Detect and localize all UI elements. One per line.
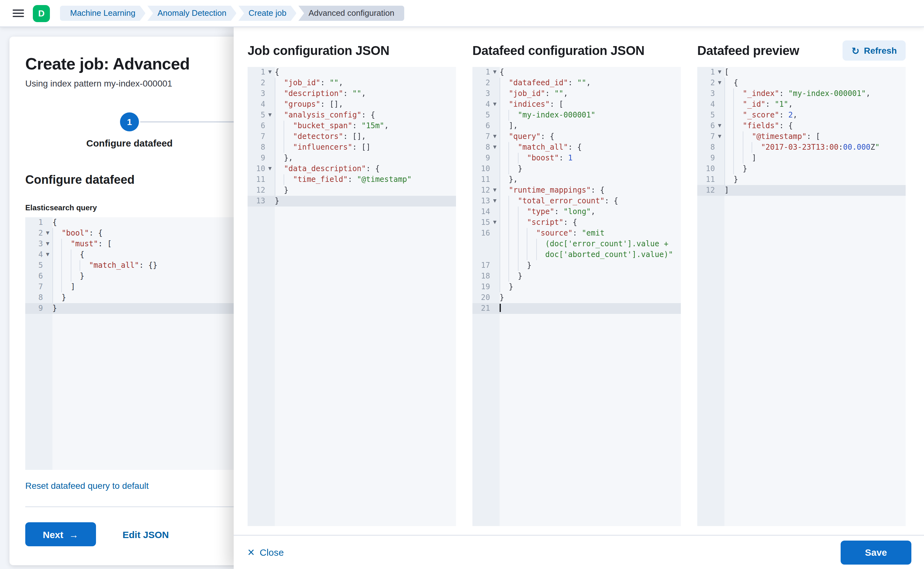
code-line: 17 }: [472, 260, 681, 271]
code-line: 7▼ "query": {: [472, 131, 681, 142]
code-text: "_index": "my-index-000001",: [725, 88, 906, 99]
fold-icon[interactable]: ▼: [265, 164, 275, 174]
line-number: 5: [697, 110, 715, 121]
datafeed-preview-panel-head: Datafeed preview ↻ Refresh: [697, 40, 906, 61]
code-line: 8 "influencers": []: [248, 142, 456, 153]
code-text: "datafeed_id": "",: [499, 78, 681, 88]
code-text: "analysis_config": {: [275, 110, 456, 121]
line-number: 8: [472, 142, 490, 153]
fold-icon[interactable]: ▼: [265, 67, 275, 78]
fold-spacer: [715, 88, 725, 99]
code-line: 2▼ {: [697, 78, 906, 88]
fold-icon[interactable]: ▼: [43, 228, 52, 239]
code-line: 9 ]: [697, 153, 906, 164]
code-line: 3 "_index": "my-index-000001",: [697, 88, 906, 99]
breadcrumb: Machine LearningAnomaly DetectionCreate …: [60, 6, 405, 21]
fold-icon[interactable]: ▼: [43, 250, 52, 260]
code-line: 4▼ "indices": [: [472, 99, 681, 110]
code-text: }: [725, 174, 906, 185]
step-1-indicator[interactable]: 1: [120, 113, 139, 131]
fold-spacer: [43, 217, 52, 228]
elasticsearch-query-editor[interactable]: 1{2▼ "bool": {3▼ "must": [4▼ {5 "match_a…: [25, 217, 250, 470]
fold-spacer: [265, 174, 275, 185]
fold-spacer: [490, 207, 499, 217]
line-number: 3: [25, 239, 43, 250]
fold-icon[interactable]: ▼: [715, 78, 725, 88]
line-number: [472, 239, 490, 250]
line-number: 5: [248, 110, 265, 121]
code-text: "2017-03-23T13:00:00.000Z": [725, 142, 906, 153]
code-text: "query": {: [499, 131, 681, 142]
breadcrumb-item[interactable]: Anomaly Detection: [148, 6, 236, 21]
fold-icon[interactable]: ▼: [43, 239, 52, 250]
code-line: 1{: [25, 217, 250, 228]
fold-spacer: [490, 153, 499, 164]
fold-icon[interactable]: ▼: [490, 142, 499, 153]
job-config-editor[interactable]: 1▼{2 "job_id": "",3 "description": "",4 …: [248, 67, 456, 526]
fold-spacer: [490, 78, 499, 88]
code-line: 2 "job_id": "",: [248, 78, 456, 88]
fold-icon[interactable]: ▼: [490, 217, 499, 228]
code-line: 18 }: [472, 271, 681, 281]
code-text: },: [275, 153, 456, 164]
fold-spacer: [490, 88, 499, 99]
code-text: "match_all": {}: [52, 260, 250, 271]
code-line: 10 }: [472, 164, 681, 174]
line-number: 9: [248, 153, 265, 164]
fold-icon[interactable]: ▼: [490, 99, 499, 110]
index-pattern-subtitle: Using index pattern my-index-000001: [25, 78, 250, 88]
datafeed-config-panel-head: Datafeed configuration JSON: [472, 40, 681, 61]
line-number: 12: [697, 185, 715, 196]
code-line: 9}: [25, 303, 250, 314]
code-text: "match_all": {: [499, 142, 681, 153]
fold-spacer: [715, 99, 725, 110]
code-text: {: [275, 67, 456, 78]
fold-spacer: [715, 142, 725, 153]
code-text: "source": "emit: [499, 228, 681, 239]
line-number: 4: [248, 99, 265, 110]
next-button[interactable]: Next →: [25, 522, 96, 546]
close-button[interactable]: × Close: [248, 546, 284, 558]
breadcrumb-item[interactable]: Create job: [238, 6, 297, 21]
flyout-body: Job configuration JSON 1▼{2 "job_id": ""…: [234, 27, 924, 535]
fold-icon[interactable]: ▼: [715, 131, 725, 142]
flyout-footer: × Close Save: [234, 535, 924, 569]
fold-icon[interactable]: ▼: [490, 131, 499, 142]
space-avatar[interactable]: D: [33, 5, 50, 22]
fold-icon[interactable]: ▼: [490, 67, 499, 78]
code-line: 1▼{: [472, 67, 681, 78]
line-number: 11: [248, 174, 265, 185]
fold-spacer: [43, 303, 52, 314]
kibana-app: D Machine LearningAnomaly DetectionCreat…: [0, 0, 924, 569]
datafeed-preview-editor[interactable]: 1▼[2▼ {3 "_index": "my-index-000001",4 "…: [697, 67, 906, 526]
refresh-button[interactable]: ↻ Refresh: [843, 40, 906, 61]
code-text: }: [499, 292, 681, 303]
line-number: 7: [25, 281, 43, 292]
save-button[interactable]: Save: [840, 540, 911, 564]
datafeed-config-editor[interactable]: 1▼{2 "datafeed_id": "",3 "job_id": "",4▼…: [472, 67, 681, 526]
line-number: 13: [472, 196, 490, 207]
line-number: 2: [697, 78, 715, 88]
fold-icon[interactable]: ▼: [490, 196, 499, 207]
fold-icon[interactable]: ▼: [715, 121, 725, 131]
fold-icon[interactable]: ▼: [265, 110, 275, 121]
code-line: 1▼[: [697, 67, 906, 78]
code-line: 7 ]: [25, 281, 250, 292]
fold-icon[interactable]: ▼: [715, 67, 725, 78]
code-text: "indices": [: [499, 99, 681, 110]
line-number: 5: [472, 110, 490, 121]
code-text: doc['aborted_count'].value)": [499, 250, 681, 260]
menu-icon[interactable]: [13, 0, 24, 26]
edit-json-button[interactable]: Edit JSON: [123, 529, 169, 540]
fold-spacer: [265, 88, 275, 99]
code-line: 10▼ "data_description": {: [248, 164, 456, 174]
line-number: 6: [248, 121, 265, 131]
code-text: "bool": {: [52, 228, 250, 239]
line-number: 1: [25, 217, 43, 228]
breadcrumb-item[interactable]: Machine Learning: [60, 6, 146, 21]
reset-datafeed-query-link[interactable]: Reset datafeed query to default: [25, 481, 149, 491]
code-line: 5▼ "analysis_config": {: [248, 110, 456, 121]
code-text: "_id": "1",: [725, 99, 906, 110]
fold-spacer: [490, 281, 499, 292]
fold-icon[interactable]: ▼: [490, 185, 499, 196]
